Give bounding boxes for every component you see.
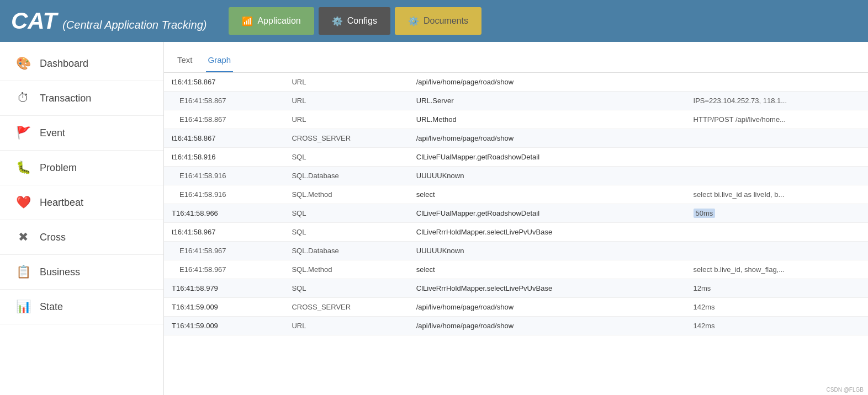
- cell-extra: 142ms: [686, 298, 868, 317]
- sidebar-item-heartbeat[interactable]: ❤️ Heartbeat: [0, 185, 163, 220]
- table-row: E16:41:58.967SQL.Methodselectselect b.li…: [164, 260, 868, 279]
- cell-extra: [686, 148, 868, 167]
- sidebar-label-problem: Problem: [40, 162, 77, 174]
- table-row: t16:41:58.867URL/api/live/home/page/road…: [164, 73, 868, 92]
- cell-extra: HTTP/POST /api/live/home...: [686, 110, 868, 129]
- cell-time: E16:41:58.867: [164, 110, 284, 129]
- cell-type: URL: [284, 73, 408, 92]
- cell-extra: IPS=223.104.252.73, 118.1...: [686, 92, 868, 110]
- main-content: Text Graph t16:41:58.867URL/api/live/hom…: [164, 42, 868, 395]
- cell-time: T16:41:59.009: [164, 317, 284, 335]
- cell-name: URL.Server: [409, 92, 686, 110]
- nav-documents-label: Documents: [424, 16, 468, 26]
- sidebar-label-state: State: [40, 301, 63, 313]
- cell-type: SQL: [284, 223, 408, 242]
- cell-extra: [686, 129, 868, 148]
- cell-type: SQL.Database: [284, 167, 408, 185]
- cell-extra: [686, 73, 868, 92]
- cell-name: /api/live/home/page/road/show: [409, 73, 686, 92]
- sidebar-label-transaction: Transaction: [40, 93, 91, 104]
- dashboard-icon: 🎨: [15, 56, 31, 71]
- cell-type: CROSS_SERVER: [284, 298, 408, 317]
- table-row: E16:41:58.967SQL.DatabaseUUUUUKnown: [164, 242, 868, 260]
- cell-type: CROSS_SERVER: [284, 129, 408, 148]
- cat-logo: CAT: [11, 8, 57, 34]
- sidebar-item-dashboard[interactable]: 🎨 Dashboard: [0, 46, 163, 81]
- cell-extra: select bi.live_id as liveId, b...: [686, 185, 868, 204]
- cell-extra: select b.live_id, show_flag,...: [686, 260, 868, 279]
- table-row: t16:41:58.867CROSS_SERVER/api/live/home/…: [164, 129, 868, 148]
- table-row: t16:41:58.916SQLClLiveFUalMapper.getRoad…: [164, 148, 868, 167]
- cell-time: E16:41:58.967: [164, 242, 284, 260]
- cell-extra: [686, 223, 868, 242]
- cell-type: SQL.Database: [284, 242, 408, 260]
- table-row: t16:41:58.967SQLClLiveRrrHoldMapper.sele…: [164, 223, 868, 242]
- cell-time: E16:41:58.916: [164, 185, 284, 204]
- cell-time: T16:41:59.009: [164, 298, 284, 317]
- event-icon: 🚩: [15, 126, 31, 140]
- sidebar-label-business: Business: [40, 266, 80, 278]
- cell-time: t16:41:58.867: [164, 73, 284, 92]
- cell-extra: [686, 167, 868, 185]
- cell-type: URL: [284, 317, 408, 335]
- heartbeat-icon: ❤️: [15, 195, 31, 210]
- cell-name: UUUUUKnown: [409, 242, 686, 260]
- sidebar-label-cross: Cross: [40, 232, 66, 243]
- sidebar-label-event: Event: [40, 127, 65, 139]
- table-row: E16:41:58.867URLURL.MethodHTTP/POST /api…: [164, 110, 868, 129]
- cell-extra: 12ms: [686, 279, 868, 298]
- table-row: E16:41:58.916SQL.DatabaseUUUUUKnown: [164, 167, 868, 185]
- transaction-table: t16:41:58.867URL/api/live/home/page/road…: [164, 73, 868, 335]
- cell-time: t16:41:58.867: [164, 129, 284, 148]
- tab-graph[interactable]: Graph: [206, 51, 234, 72]
- application-icon: 📶: [242, 16, 253, 26]
- cell-extra: 142ms: [686, 317, 868, 335]
- nav-documents-button[interactable]: ⚙️ Documents: [395, 7, 481, 35]
- cell-extra: [686, 242, 868, 260]
- layout: 🎨 Dashboard ⏱ Transaction 🚩 Event 🐛 Prob…: [0, 42, 868, 395]
- cross-icon: ✖: [15, 230, 31, 244]
- table-row: T16:41:58.966SQLClLiveFUalMapper.getRoad…: [164, 204, 868, 223]
- table-row: E16:41:58.867URLURL.ServerIPS=223.104.25…: [164, 92, 868, 110]
- state-icon: 📊: [15, 300, 31, 314]
- nav-application-label: Application: [257, 16, 300, 26]
- cell-name: URL.Method: [409, 110, 686, 129]
- nav-application-button[interactable]: 📶 Application: [229, 7, 314, 35]
- cell-name: ClLiveRrrHoldMapper.selectLivePvUvBase: [409, 223, 686, 242]
- watermark: CSDN @FLGB: [827, 387, 864, 393]
- cell-name: select: [409, 260, 686, 279]
- header-nav: 📶 Application ⚙️ Configs ⚙️ Documents: [229, 7, 481, 35]
- cell-time: E16:41:58.867: [164, 92, 284, 110]
- sidebar-item-state[interactable]: 📊 State: [0, 290, 163, 324]
- sidebar-item-event[interactable]: 🚩 Event: [0, 116, 163, 151]
- cell-name: UUUUUKnown: [409, 167, 686, 185]
- sidebar-item-problem[interactable]: 🐛 Problem: [0, 151, 163, 185]
- sidebar-item-business[interactable]: 📋 Business: [0, 255, 163, 290]
- cell-name: ClLiveRrrHoldMapper.selectLivePvUvBase: [409, 279, 686, 298]
- cell-type: SQL: [284, 204, 408, 223]
- cell-name: select: [409, 185, 686, 204]
- cell-time: T16:41:58.979: [164, 279, 284, 298]
- cell-name: ClLiveFUalMapper.getRoadshowDetail: [409, 148, 686, 167]
- documents-icon: ⚙️: [408, 16, 419, 26]
- cell-type: SQL: [284, 148, 408, 167]
- cell-name: ClLiveFUalMapper.getRoadshowDetail: [409, 204, 686, 223]
- cell-time: E16:41:58.916: [164, 167, 284, 185]
- problem-icon: 🐛: [15, 161, 31, 175]
- cell-type: SQL.Method: [284, 185, 408, 204]
- app-subtitle: (Central Application Tracking): [62, 19, 207, 31]
- cell-time: t16:41:58.967: [164, 223, 284, 242]
- sidebar-label-heartbeat: Heartbeat: [40, 197, 83, 209]
- table-row: T16:41:59.009CROSS_SERVER/api/live/home/…: [164, 298, 868, 317]
- cell-time: E16:41:58.967: [164, 260, 284, 279]
- tab-bar: Text Graph: [164, 42, 868, 73]
- table-row: E16:41:58.916SQL.Methodselectselect bi.l…: [164, 185, 868, 204]
- tab-text[interactable]: Text: [175, 51, 195, 72]
- cell-type: SQL.Method: [284, 260, 408, 279]
- data-table-area: t16:41:58.867URL/api/live/home/page/road…: [164, 73, 868, 395]
- table-row: T16:41:59.009URL/api/live/home/page/road…: [164, 317, 868, 335]
- cell-name: /api/live/home/page/road/show: [409, 298, 686, 317]
- nav-configs-button[interactable]: ⚙️ Configs: [319, 7, 390, 35]
- sidebar-item-cross[interactable]: ✖ Cross: [0, 220, 163, 255]
- sidebar-item-transaction[interactable]: ⏱ Transaction: [0, 81, 163, 116]
